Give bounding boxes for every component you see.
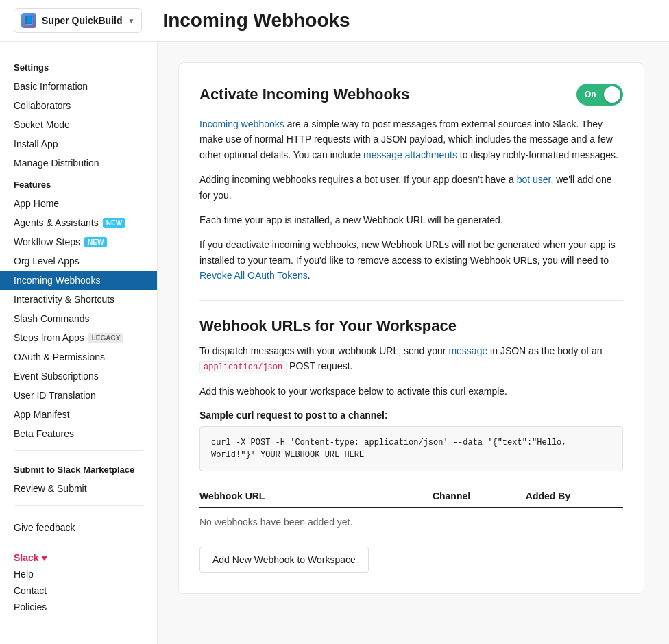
sidebar-item-beta-features[interactable]: Beta Features <box>0 424 157 443</box>
sidebar-item-install-app[interactable]: Install App <box>0 134 157 153</box>
content-type-code: application/json <box>199 361 287 373</box>
sidebar-item-event-subscriptions[interactable]: Event Subscriptions <box>0 367 157 386</box>
give-feedback-link[interactable]: Give feedback <box>14 519 143 536</box>
sidebar-item-label: OAuth & Permissions <box>14 351 105 362</box>
layout: Settings Basic Information Collaborators… <box>0 42 669 644</box>
main-content: Activate Incoming Webhooks On Incoming w… <box>158 42 669 644</box>
settings-section-title: Settings <box>0 55 157 77</box>
table-header-row: Webhook URL Channel Added By <box>199 485 623 508</box>
message-attachments-link[interactable]: message attachments <box>363 149 457 160</box>
sidebar-item-label: Collaborators <box>14 100 71 111</box>
add-webhook-button[interactable]: Add New Webhook to Workspace <box>199 547 369 573</box>
legacy-badge: LEGACY <box>88 333 124 343</box>
toggle-knob <box>604 86 620 103</box>
sidebar-item-steps-from-apps[interactable]: Steps from Apps LEGACY <box>0 328 157 347</box>
new-badge: NEW <box>84 237 107 247</box>
sidebar-item-label: Basic Information <box>14 81 88 92</box>
sidebar-item-label: App Home <box>14 198 59 209</box>
sidebar-item-label: Install App <box>14 138 58 149</box>
sidebar-item-label: Manage Distribution <box>14 158 99 169</box>
sidebar-divider <box>14 450 143 451</box>
sidebar-item-org-level-apps[interactable]: Org Level Apps <box>0 251 157 271</box>
sidebar-item-label: Org Level Apps <box>14 256 80 267</box>
revoke-tokens-link[interactable]: Revoke All OAuth Tokens <box>199 270 308 281</box>
incoming-webhooks-link[interactable]: Incoming webhooks <box>199 119 284 129</box>
policies-link[interactable]: Policies <box>14 599 143 615</box>
sidebar-item-label: Steps from Apps <box>14 332 84 343</box>
sidebar-item-label: Event Subscriptions <box>14 371 99 382</box>
sidebar-item-app-manifest[interactable]: App Manifest <box>0 405 157 424</box>
sidebar-item-label: Interactivity & Shortcuts <box>14 294 114 305</box>
contact-link[interactable]: Contact <box>14 582 143 599</box>
webhook-intro: To dispatch messages with your webhook U… <box>199 343 623 375</box>
sidebar-item-basic-information[interactable]: Basic Information <box>0 77 157 96</box>
sidebar-item-label: Workflow Steps <box>14 236 80 247</box>
heart-icon: ♥ <box>42 552 47 563</box>
sidebar-item-label: User ID Translation <box>14 390 96 401</box>
activate-paragraph-1: Incoming webhooks are a simple way to po… <box>199 116 623 162</box>
sidebar-item-incoming-webhooks[interactable]: Incoming Webhooks <box>0 271 157 290</box>
marketplace-section-title: Submit to Slack Marketplace <box>0 458 157 479</box>
activate-paragraph-4: If you deactivate incoming webhooks, new… <box>199 237 623 283</box>
sidebar-item-app-home[interactable]: App Home <box>0 194 157 213</box>
sidebar-item-label: Incoming Webhooks <box>14 275 101 286</box>
sidebar-bottom: Give feedback <box>0 512 157 543</box>
sidebar-item-review-submit[interactable]: Review & Submit <box>0 479 157 498</box>
col-header-channel: Channel <box>433 485 526 508</box>
sidebar-item-user-id-translation[interactable]: User ID Translation <box>0 386 157 405</box>
slack-label: Slack <box>14 552 39 563</box>
section-divider <box>199 300 623 301</box>
new-badge: NEW <box>103 218 125 228</box>
help-link[interactable]: Help <box>14 566 143 582</box>
sidebar-item-workflow-steps[interactable]: Workflow Steps NEW <box>0 232 157 251</box>
sidebar-footer: Slack ♥ Help Contact Policies <box>0 543 157 622</box>
toggle-label: On <box>579 90 596 99</box>
sidebar-item-label: Socket Mode <box>14 119 70 130</box>
chevron-down-icon: ▼ <box>127 17 134 25</box>
sidebar-item-oauth-permissions[interactable]: OAuth & Permissions <box>0 347 157 367</box>
activate-paragraph-3: Each time your app is installed, a new W… <box>199 212 623 227</box>
content-card: Activate Incoming Webhooks On Incoming w… <box>178 62 644 594</box>
toggle-container: On <box>576 84 623 106</box>
sidebar-item-label: App Manifest <box>14 409 70 420</box>
activate-section-title: Activate Incoming Webhooks <box>199 86 409 103</box>
sidebar-item-agents-assistants[interactable]: Agents & Assistants NEW <box>0 213 157 232</box>
sidebar-item-collaborators[interactable]: Collaborators <box>0 96 157 115</box>
empty-message: No webhooks have been added yet. <box>199 508 623 536</box>
activate-toggle[interactable]: On <box>576 84 623 106</box>
message-link[interactable]: message <box>448 345 487 356</box>
sidebar-item-label: Beta Features <box>14 428 74 439</box>
code-sample: curl -X POST -H 'Content-type: applicati… <box>199 426 623 471</box>
col-header-added: Added By <box>526 485 623 508</box>
activate-paragraph-2: Adding incoming webhooks requires a bot … <box>199 172 623 203</box>
page-title: Incoming Webhooks <box>162 10 350 32</box>
sidebar-divider-2 <box>14 505 143 506</box>
sidebar-item-interactivity-shortcuts[interactable]: Interactivity & Shortcuts <box>0 290 157 309</box>
webhook-table: Webhook URL Channel Added By No webhooks… <box>199 485 623 536</box>
sidebar-item-socket-mode[interactable]: Socket Mode <box>0 115 157 134</box>
webhook-section-title: Webhook URLs for Your Workspace <box>199 317 623 335</box>
sidebar-item-manage-distribution[interactable]: Manage Distribution <box>0 153 157 173</box>
sidebar-item-label: Agents & Assistants <box>14 217 99 228</box>
add-webhook-note: Add this webhook to your workspace below… <box>199 384 623 399</box>
sidebar: Settings Basic Information Collaborators… <box>0 42 158 644</box>
sidebar-item-label: Slash Commands <box>14 313 90 324</box>
app-icon: 📘 <box>21 13 36 28</box>
top-bar: 📘 Super QuickBuild ▼ Incoming Webhooks <box>0 0 669 42</box>
activate-section-header: Activate Incoming Webhooks On <box>199 84 623 106</box>
sidebar-item-label: Review & Submit <box>14 483 87 494</box>
col-header-url: Webhook URL <box>199 485 433 508</box>
table-empty-row: No webhooks have been added yet. <box>199 508 623 536</box>
sidebar-item-slash-commands[interactable]: Slash Commands <box>0 309 157 328</box>
sample-title: Sample curl request to post to a channel… <box>199 410 623 421</box>
bot-user-link[interactable]: bot user <box>517 174 551 185</box>
features-section-title: Features <box>0 173 157 194</box>
app-name: Super QuickBuild <box>42 15 122 26</box>
slack-footer-link[interactable]: Slack ♥ <box>14 549 143 566</box>
app-selector[interactable]: 📘 Super QuickBuild ▼ <box>14 8 142 33</box>
